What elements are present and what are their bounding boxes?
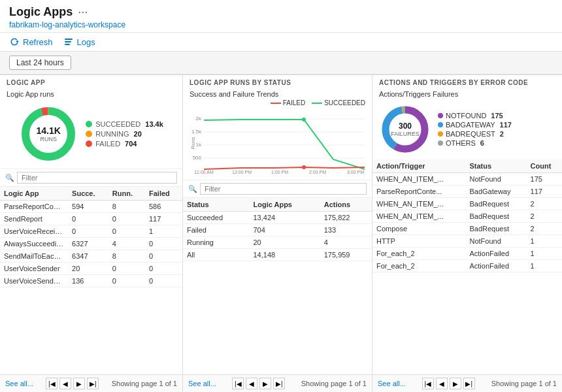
left-page-prev[interactable]: ◀ [59,378,71,389]
right-sub-title: Actions/Triggers Failures [372,88,562,99]
mid-filter-input[interactable] [200,183,367,195]
workspace-subtitle: fabrikam-log-analytics-workspace [9,20,553,29]
right-panel-header: ACTIONS AND TRIGGERS BY ERROR CODE [372,75,562,88]
col-failed: Failed [145,187,182,201]
col-status: Status [183,198,250,212]
svg-text:2:00 PM: 2:00 PM [309,170,326,174]
table-row: AlwaysSucceeding632740 [0,238,182,250]
right-page-first[interactable]: |◀ [422,378,434,389]
col-succeeded: Succe. [68,187,108,201]
left-table: Logic App Succe. Runn. Failed ParseRepor… [0,187,182,287]
svg-rect-1 [65,41,71,42]
left-page-last[interactable]: ▶| [87,378,99,389]
mid-table: Status Logic Apps Actions Succeeded13,42… [183,198,372,261]
left-page-next[interactable]: ▶ [73,378,85,389]
col-actions: Actions [320,198,372,212]
svg-point-16 [302,165,306,169]
table-row: Failed704133 [183,224,372,237]
right-page-prev[interactable]: ◀ [436,378,448,389]
mid-page-first[interactable]: |◀ [232,378,244,389]
svg-text:1k: 1k [196,142,202,148]
mid-chart-title: Success and Failure Trends [183,88,372,99]
page-title: Logic Apps [9,5,73,19]
table-row: HTTPNotFound1 [372,235,562,248]
table-row: For_each_2ActionFailed1 [372,260,562,272]
right-page-last[interactable]: ▶| [463,378,475,389]
svg-text:1.5k: 1.5k [191,129,202,135]
left-donut-area: 14.1K RUNS SUCCEEDED 13.4k RUNNING 20 [0,99,182,169]
donut-value-right: 300 [391,122,420,131]
more-options-icon[interactable]: ··· [78,5,88,19]
svg-text:500: 500 [193,155,202,161]
svg-point-17 [302,118,306,122]
svg-rect-0 [65,39,73,40]
donut-sub-left: RUNS [37,136,61,142]
svg-text:3:00 PM: 3:00 PM [347,170,364,174]
right-donut-area: 300 FAILURES NOTFOUND 175 BADGATEWAY 117 [372,99,562,159]
svg-text:12:00 PM: 12:00 PM [232,170,252,174]
line-chart: 2k 1.5k 1k 500 Runs [190,110,366,176]
mid-chart-area: 2k 1.5k 1k 500 Runs [183,108,372,180]
table-row: For_each_2ActionFailed1 [372,248,562,260]
table-row: ParseReportConte...BadGateway117 [372,186,562,198]
mid-page-last[interactable]: ▶| [273,378,285,389]
logs-icon [63,37,74,47]
table-row: ParseReportContent5948586 [0,201,182,213]
right-table: Action/Trigger Status Count WHEN_AN_ITEM… [372,159,562,272]
table-row: SendMailToEachCustomer634780 [0,250,182,263]
time-filter-badge[interactable]: Last 24 hours [9,56,71,70]
table-row: Running204 [183,237,372,249]
table-row: UserVoiceSenderModifier13600 [0,275,182,287]
refresh-button[interactable]: Refresh [9,37,53,47]
right-legend: NOTFOUND 175 BADGATEWAY 117 BADREQUEST 2 [438,112,512,147]
left-pagination: |◀ ◀ ▶ ▶| [46,378,99,389]
col-action-trigger: Action/Trigger [372,159,465,173]
right-page-info: Showing page 1 of 1 [491,380,557,387]
col-logicapps: Logic Apps [250,198,320,212]
mid-chart-legend: FAILED SUCCEEDED [183,99,372,106]
donut-value-left: 14.1K [37,125,61,136]
mid-page-next[interactable]: ▶ [259,378,271,389]
table-row: WHEN_AN_ITEM_...BadRequest2 [372,210,562,223]
svg-text:1:00 PM: 1:00 PM [271,170,288,174]
mid-see-all[interactable]: See all... [188,380,216,387]
svg-text:11:00 AM: 11:00 AM [194,170,214,174]
left-panel-header: LOGIC APP [0,75,182,88]
col-count: Count [527,159,562,173]
refresh-icon [9,37,20,47]
table-row: UserVoiceSender2000 [0,263,182,275]
table-row: Succeeded13,424175,822 [183,212,372,224]
right-pagination: |◀ ◀ ▶ ▶| [422,378,475,389]
svg-text:Runs: Runs [190,137,196,150]
left-page-first[interactable]: |◀ [46,378,58,389]
table-row: All14,148175,959 [183,249,372,261]
left-filter-input[interactable] [17,172,177,184]
table-row: SendReport00117 [0,213,182,225]
mid-pagination: |◀ ◀ ▶ ▶| [232,378,285,389]
col-logicapp: Logic App [0,187,68,201]
mid-page-prev[interactable]: ◀ [246,378,257,389]
table-row: WHEN_AN_ITEM_...BadRequest2 [372,198,562,210]
donut-sub-right: FAILURES [391,131,420,137]
table-row: WHEN_AN_ITEM_...NotFound175 [372,173,562,186]
left-filter-icon: 🔍 [5,174,14,182]
table-row: ComposeBadRequest2 [372,223,562,235]
left-see-all[interactable]: See all... [5,380,33,387]
svg-rect-2 [65,44,70,45]
left-legend: SUCCEEDED 13.4k RUNNING 20 FAILED 704 [86,120,163,148]
mid-filter-icon: 🔍 [188,185,197,193]
col-error-status: Status [465,159,526,173]
table-row: UserVoiceReceiver001 [0,225,182,238]
right-see-all[interactable]: See all... [378,380,406,387]
mid-page-info: Showing page 1 of 1 [301,380,367,387]
col-running: Runn. [108,187,145,201]
svg-text:2k: 2k [196,116,202,122]
right-page-next[interactable]: ▶ [450,378,461,389]
left-page-info: Showing page 1 of 1 [112,380,177,387]
logs-button[interactable]: Logs [63,37,95,47]
mid-panel-header: LOGIC APP RUNS BY STATUS [183,75,372,88]
left-chart-title: Logic App runs [0,88,182,99]
